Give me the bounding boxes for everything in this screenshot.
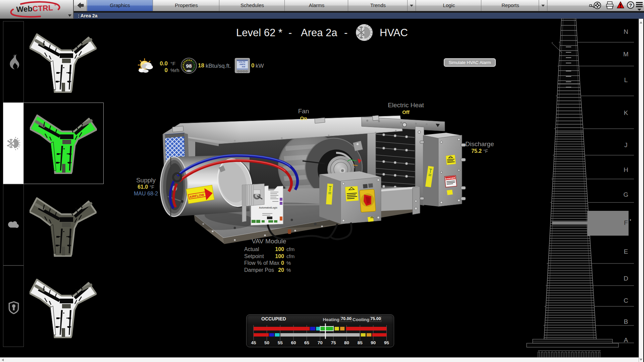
svg-text:95: 95 <box>384 340 389 345</box>
svg-text:F: F <box>624 219 628 226</box>
svg-text:C: C <box>624 297 628 304</box>
svg-text:65: 65 <box>304 340 310 345</box>
svg-text:45: 45 <box>251 340 256 345</box>
svg-text:A: A <box>624 337 628 344</box>
svg-text:G: G <box>624 191 629 198</box>
svg-text:85: 85 <box>358 340 363 345</box>
svg-text:90: 90 <box>371 340 376 345</box>
svg-text:L: L <box>624 76 628 83</box>
svg-text:Web: Web <box>16 4 33 14</box>
svg-text:®: ® <box>54 4 56 7</box>
svg-text:50: 50 <box>264 340 269 345</box>
svg-text:VOLTS: VOLTS <box>238 61 245 63</box>
svg-text:J: J <box>624 141 628 148</box>
svg-text:B: B <box>624 318 628 325</box>
svg-text:98: 98 <box>186 63 192 69</box>
svg-text:*: * <box>630 219 631 223</box>
svg-text:80: 80 <box>344 340 349 345</box>
svg-text:AMPS: AMPS <box>239 63 245 65</box>
svg-text:AutomatedLogic: AutomatedLogic <box>259 206 277 209</box>
svg-text:55: 55 <box>278 340 283 345</box>
svg-text:D: D <box>624 275 628 282</box>
svg-text:70: 70 <box>318 340 323 345</box>
svg-text:60: 60 <box>291 340 296 345</box>
svg-text:E: E <box>624 248 628 255</box>
svg-text:K: K <box>624 109 628 116</box>
svg-text:75: 75 <box>331 340 336 345</box>
svg-text:H: H <box>624 166 628 173</box>
svg-text:N: N <box>624 28 628 35</box>
svg-text:CTRL: CTRL <box>32 3 53 13</box>
svg-text:KW: KW <box>242 66 246 68</box>
svg-text:M: M <box>623 51 629 58</box>
svg-text:?: ? <box>629 2 632 8</box>
